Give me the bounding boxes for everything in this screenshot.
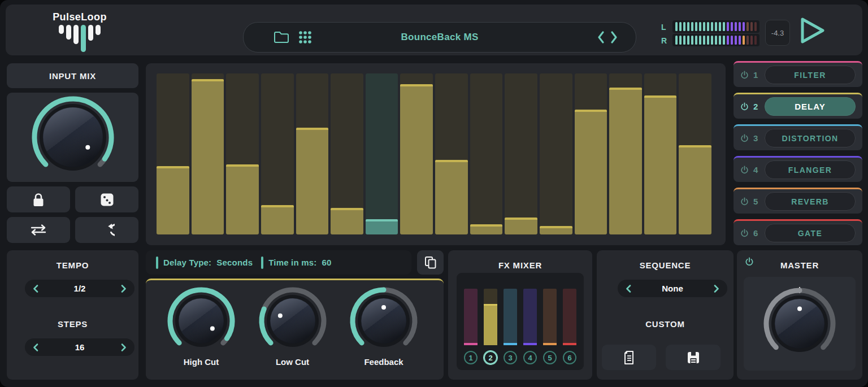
fx-channel-button-6[interactable]: 6 — [563, 351, 576, 364]
sequencer-step-11[interactable] — [505, 73, 537, 234]
feedback-knob[interactable] — [349, 286, 419, 356]
fx-fader-1[interactable] — [464, 289, 478, 345]
power-icon[interactable] — [740, 134, 749, 143]
steps-label: STEPS — [7, 319, 138, 329]
sequencer-step-fill — [679, 145, 711, 234]
sequencer-step-fill — [192, 79, 224, 234]
save-custom-button[interactable] — [666, 345, 721, 370]
sequencer-step-9[interactable] — [435, 73, 468, 234]
fx-fader-3[interactable] — [504, 289, 517, 345]
meter-segment — [715, 22, 717, 31]
fx-channel-button-5[interactable]: 5 — [543, 351, 557, 364]
sequencer-step-fill — [644, 95, 677, 234]
delay-type-value[interactable]: Seconds — [216, 258, 253, 267]
sequencer-step-2[interactable] — [192, 73, 224, 234]
fx-slot-button-delay[interactable]: DELAY — [765, 97, 856, 116]
fx-channel-button-3[interactable]: 3 — [504, 351, 517, 364]
fx-channel-button-4[interactable]: 4 — [523, 351, 537, 364]
sequencer-step-7[interactable] — [366, 73, 398, 234]
power-icon[interactable] — [740, 197, 749, 206]
power-icon[interactable] — [740, 229, 749, 238]
fx-slot-button-gate[interactable]: GATE — [765, 224, 856, 242]
input-mix-label: INPUT MIX — [49, 71, 96, 81]
fx-slot-button-distortion[interactable]: DISTORTION — [765, 129, 856, 147]
swap-button[interactable] — [7, 217, 70, 243]
randomize-button[interactable] — [75, 186, 138, 212]
lowcut-knob[interactable] — [258, 286, 328, 356]
sequencer-step-3[interactable] — [226, 73, 259, 234]
fx-fader-4[interactable] — [523, 289, 537, 345]
power-icon[interactable] — [740, 71, 749, 80]
meter-segment — [750, 36, 753, 45]
lock-button[interactable] — [7, 186, 70, 212]
delay-info-bar: Delay Type: Seconds Time in ms: 60 — [146, 250, 411, 275]
accent-tick — [156, 256, 158, 269]
play-button[interactable] — [797, 16, 827, 45]
load-custom-button[interactable] — [602, 345, 656, 370]
fx-fader-5[interactable] — [543, 289, 557, 345]
sequencer-step-8[interactable] — [400, 73, 433, 234]
tempo-steps-panel: TEMPO 1/2 STEPS 16 — [7, 250, 138, 380]
fx-mixer-title: FX MIXER — [448, 260, 592, 270]
sequencer-step-fill — [366, 219, 398, 234]
sequencer-step-4[interactable] — [261, 73, 294, 234]
sequencer-step-16[interactable] — [679, 73, 711, 234]
fx-fader-2[interactable] — [484, 289, 497, 345]
fx-channel-button-1[interactable]: 1 — [464, 351, 478, 364]
sequence-next-button[interactable] — [713, 284, 720, 293]
meter-segment — [723, 22, 725, 31]
fx-slot-button-reverb[interactable]: REVERB — [765, 192, 856, 211]
meter-segment — [707, 36, 709, 45]
meter-segment — [719, 22, 721, 31]
fx-slot-button-filter[interactable]: FILTER — [765, 66, 856, 84]
sequencer-step-fill — [505, 218, 537, 234]
fx-mixer-faders — [464, 289, 576, 345]
fx-slot-filter: 1FILTER — [734, 61, 862, 87]
preset-prev-button[interactable] — [596, 30, 606, 45]
master-knob[interactable] — [762, 286, 837, 361]
meter-segment — [679, 36, 682, 45]
meter-segment — [679, 22, 682, 31]
sequence-prev-button[interactable] — [625, 284, 632, 293]
sequencer-step-1[interactable] — [157, 73, 189, 234]
sequencer-step-13[interactable] — [575, 73, 607, 234]
accent-tick — [261, 256, 263, 269]
sequencer-step-14[interactable] — [609, 73, 642, 234]
fx-channel-button-2[interactable]: 2 — [484, 351, 497, 364]
swap-arrows-icon — [29, 223, 47, 237]
tempo-prev-button[interactable] — [32, 284, 39, 293]
fx-slot-number: 6 — [753, 228, 760, 238]
copy-button[interactable] — [417, 250, 444, 275]
fx-fader-6[interactable] — [563, 289, 576, 345]
power-icon[interactable] — [740, 102, 749, 111]
custom-label: CUSTOM — [597, 319, 734, 329]
sequencer-step-12[interactable] — [540, 73, 572, 234]
highcut-label: High Cut — [184, 357, 219, 367]
dice-icon — [100, 193, 114, 207]
sequencer-step-15[interactable] — [644, 73, 677, 234]
delay-time-value[interactable]: 60 — [322, 258, 332, 267]
steps-prev-button[interactable] — [32, 343, 39, 352]
fx-fader-fill — [464, 343, 478, 345]
master-title: MASTER — [737, 260, 862, 270]
input-mix-knob-card — [7, 93, 138, 182]
fx-slot-button-flanger[interactable]: FLANGER — [765, 160, 856, 179]
highcut-knob[interactable] — [166, 286, 236, 356]
sequencer-step-fill — [261, 205, 294, 234]
input-mix-knob[interactable] — [31, 95, 115, 180]
sequencer-step-6[interactable] — [331, 73, 363, 234]
sequencer-step-5[interactable] — [296, 73, 329, 234]
tempo-next-button[interactable] — [120, 284, 127, 293]
meter-segment — [735, 22, 737, 31]
steps-next-button[interactable] — [120, 343, 127, 352]
sequencer-step-10[interactable] — [470, 73, 503, 234]
header-bar: PulseLoop BounceBack M — [6, 5, 862, 55]
delay-panel: High Cut Low Cut Feedback — [146, 279, 444, 380]
sequencer-step-fill — [157, 166, 189, 234]
reset-button[interactable] — [75, 217, 138, 243]
meter-segment — [707, 22, 709, 31]
sequence-panel: SEQUENCE None CUSTOM — [597, 250, 734, 380]
fx-slot-number: 2 — [753, 102, 760, 111]
preset-next-button[interactable] — [609, 30, 619, 45]
power-icon[interactable] — [740, 166, 749, 175]
